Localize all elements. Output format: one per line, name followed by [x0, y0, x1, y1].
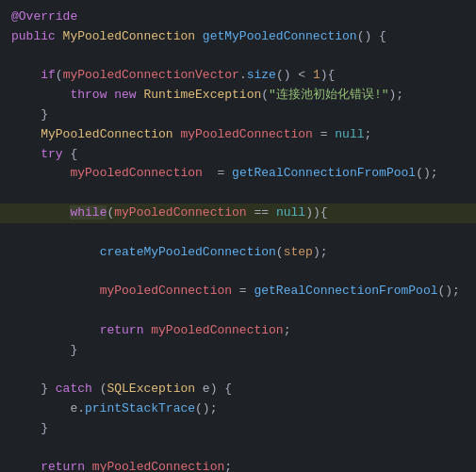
- code-token: myPooledConnection: [70, 166, 202, 180]
- code-line: [0, 439, 476, 459]
- code-token: ();: [416, 166, 437, 180]
- code-line: myPooledConnection = getRealConnectionFr…: [0, 164, 476, 184]
- code-token: public: [11, 29, 63, 43]
- code-line: createMyPooledConnection(step);: [0, 243, 476, 263]
- code-token: [11, 88, 70, 102]
- code-token: size: [247, 68, 276, 82]
- code-token: }: [11, 382, 56, 396]
- code-token: e) {: [195, 382, 232, 396]
- code-line: try {: [0, 145, 476, 165]
- code-token: [11, 68, 41, 82]
- code-token: MyPooledConnection: [63, 29, 203, 43]
- code-line: [0, 360, 476, 380]
- code-token: throw: [70, 88, 114, 102]
- code-token: createMyPooledConnection: [100, 245, 276, 259]
- code-line: MyPooledConnection myPooledConnection = …: [0, 125, 476, 145]
- code-line: return myPooledConnection;: [0, 458, 476, 472]
- code-token: printStackTrace: [85, 401, 195, 415]
- code-token: [11, 245, 100, 259]
- code-line: [0, 184, 476, 203]
- code-line: return myPooledConnection;: [0, 321, 476, 341]
- code-token: null: [276, 205, 305, 220]
- code-token: (: [276, 245, 284, 259]
- code-token: ;: [224, 460, 232, 472]
- code-token: }: [11, 421, 48, 435]
- code-line: [0, 262, 476, 282]
- code-token: [11, 166, 70, 180]
- code-token: "连接池初始化错误!": [269, 88, 388, 102]
- code-line: [0, 301, 476, 321]
- code-token: new: [114, 88, 143, 102]
- code-token: }: [11, 343, 77, 357]
- code-line: [0, 47, 476, 67]
- code-line: e.printStackTrace();: [0, 399, 476, 419]
- code-token: return: [100, 323, 152, 337]
- code-token: [11, 323, 100, 337]
- code-token: myPooledConnectionVector: [63, 68, 239, 82]
- code-line: }: [0, 106, 476, 125]
- code-token: MyPooledConnection: [41, 127, 180, 141]
- code-token: myPooledConnection: [92, 460, 224, 472]
- code-token: myPooledConnection: [151, 323, 283, 337]
- code-token: 1: [313, 68, 320, 82]
- code-token: )){: [305, 205, 327, 220]
- code-line: myPooledConnection = getRealConnectionFr…: [0, 282, 476, 301]
- code-token: () {: [357, 29, 386, 43]
- code-token: try: [41, 147, 62, 161]
- code-token: ;: [284, 323, 291, 337]
- code-token: [11, 460, 41, 472]
- code-token: [11, 205, 70, 220]
- code-token: getMyPooledConnection: [203, 29, 357, 43]
- code-line: public MyPooledConnection getMyPooledCon…: [0, 27, 476, 47]
- code-token: );: [389, 88, 404, 102]
- code-line: }: [0, 419, 476, 439]
- code-token: (: [56, 68, 63, 82]
- code-token: getRealConnectionFromPool: [254, 284, 437, 298]
- code-token: myPooledConnection: [100, 284, 232, 298]
- code-line: if(myPooledConnectionVector.size() < 1){: [0, 66, 476, 86]
- code-token: ();: [438, 284, 460, 298]
- code-token: (: [261, 88, 269, 102]
- code-token: @Override: [11, 9, 77, 24]
- code-token: .: [239, 68, 247, 82]
- code-token: myPooledConnection: [180, 127, 312, 141]
- code-line: @Override: [0, 8, 476, 27]
- code-token: [11, 127, 41, 141]
- code-token: }: [11, 107, 48, 122]
- code-token: );: [313, 245, 328, 259]
- code-token: if: [41, 68, 56, 82]
- code-token: ;: [365, 127, 372, 141]
- code-token: myPooledConnection: [114, 205, 246, 220]
- code-token: {: [63, 147, 78, 161]
- code-line: } catch (SQLException e) {: [0, 380, 476, 399]
- code-token: ==: [247, 205, 276, 220]
- code-line: }: [0, 341, 476, 361]
- code-token: e.: [11, 401, 85, 415]
- code-token: () <: [276, 68, 313, 82]
- code-token: [11, 147, 41, 161]
- code-token: (: [92, 382, 107, 396]
- code-token: catch: [56, 382, 92, 396]
- code-token: return: [41, 460, 92, 472]
- code-token: null: [335, 127, 364, 141]
- code-token: =: [232, 284, 254, 298]
- code-line: [0, 223, 476, 243]
- code-token: ){: [320, 68, 336, 82]
- code-token: RuntimeException: [143, 88, 261, 102]
- code-token: ();: [195, 401, 217, 415]
- code-token: SQLException: [107, 382, 195, 396]
- code-token: =: [203, 166, 232, 180]
- code-token: while: [70, 205, 107, 220]
- code-token: step: [284, 245, 313, 259]
- code-editor: @Overridepublic MyPooledConnection getMy…: [0, 0, 476, 472]
- code-token: getRealConnectionFromPool: [232, 166, 416, 180]
- code-token: =: [313, 127, 335, 141]
- code-line: while(myPooledConnection == null)){: [0, 203, 476, 223]
- code-token: [11, 284, 100, 298]
- code-line: throw new RuntimeException("连接池初始化错误!");: [0, 86, 476, 106]
